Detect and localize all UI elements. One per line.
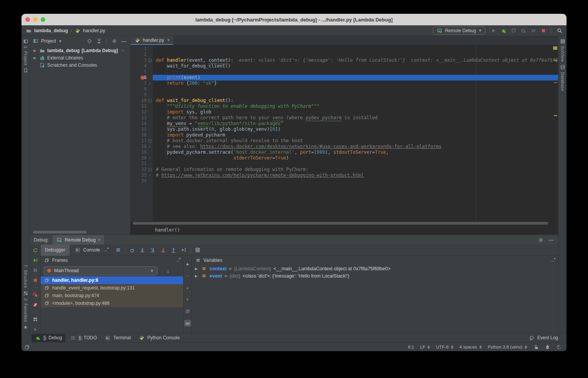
fold-end-icon[interactable]: ∧ [148,156,152,160]
bookmark-icon[interactable] [22,67,29,74]
up-icon[interactable]: ▲ [184,284,191,291]
collapse-all-icon[interactable] [96,38,102,44]
status-item-lf[interactable]: LF [420,345,430,349]
breadcrumb-item[interactable]: lambda_debug [34,28,68,33]
stripe-button-database[interactable]: Database [560,72,565,91]
code-line-9[interactable]: 9 [130,92,558,98]
event-log-button[interactable]: Event Log [525,334,561,342]
code-line-20[interactable]: 20∧ stderrToServer=True) [130,155,558,161]
code-line-12[interactable]: 12 import sys, glob [130,109,558,115]
toolwindow-button-terminal[interactable]: Terminal [101,334,134,342]
resume-icon[interactable] [32,257,38,263]
variable-row-context[interactable]: ▶context = {LambdaContext} <__main__.Lam… [192,265,558,272]
fold-end-icon[interactable]: ∧ [148,174,152,177]
step-over-icon[interactable] [129,247,135,253]
unlock-icon[interactable] [533,344,540,350]
stop-icon[interactable] [540,27,547,34]
debug-tab-debugger[interactable]: Debugger [41,245,69,256]
hide-icon[interactable]: — [548,237,554,243]
profiler-icon[interactable] [520,27,527,34]
fold-end-icon[interactable]: ∧ [148,82,152,85]
expand-arrow-icon[interactable]: ▶ [33,49,37,53]
code-area[interactable]: 123−def handler(event, context): event: … [130,45,558,222]
line-number[interactable]: 2 [130,52,153,58]
stack-frame-row[interactable]: main, bootstrap.py:474 [41,292,183,299]
target-icon[interactable] [86,38,92,44]
restore-layout-icon[interactable] [32,316,38,322]
run-config-selector[interactable]: Remote Debug ▼ [433,26,485,35]
code-line-23[interactable]: 23∧# https://www.jetbrains.com/help/pych… [130,173,558,178]
code-line-19[interactable]: 19 pydevd_pycharm.settrace('host.docker.… [130,150,558,155]
thread-selector[interactable]: MainThread ▼ [44,266,157,275]
mute-breakpoints-icon[interactable] [32,301,38,308]
line-number[interactable]: 7∧ [130,81,153,86]
line-number[interactable]: 19 [130,150,153,155]
expand-arrow-icon[interactable]: ▶ [195,274,198,278]
fold-collapse-icon[interactable]: − [148,59,152,62]
code-line-13[interactable]: 13 # enter the correct path here to your… [130,115,558,121]
code-line-5[interactable]: 5 [130,69,558,75]
menu-icon[interactable] [195,257,201,264]
run-to-cursor-icon[interactable] [181,247,187,253]
stripe-button-favorites[interactable]: 2: Favorites [23,298,28,322]
line-number[interactable]: 1 [130,46,153,52]
toolwindow-button-todo[interactable]: 6: TODO [67,334,100,342]
code-line-17[interactable]: 17− # host.docker.internal should resolv… [130,138,558,144]
editor-hscrollbar[interactable] [130,222,558,225]
tree-item-scratches-and-consoles[interactable]: Scratches and Consoles [30,61,130,69]
tree-item-external-libraries[interactable]: ▶External Libraries [30,54,130,61]
debug-session-tab[interactable]: Remote Debug × [53,235,104,245]
toolwindow-button-debug[interactable]: 5: Debug [31,334,65,342]
debug-icon[interactable] [500,27,507,34]
expand-arrow-icon[interactable]: ▶ [33,56,37,60]
evaluate-icon[interactable] [195,247,201,253]
toolwindow-button-pythonconsole[interactable]: Python Console [135,334,183,342]
fold-end-icon[interactable]: ∧ [148,145,152,148]
step-into-my-code-icon[interactable] [160,247,167,253]
code-line-11[interactable]: 11 """Utility function to enable debuggi… [130,104,558,109]
code-line-7[interactable]: 7∧ return {200: "ok"} [130,81,558,86]
line-number[interactable]: 16 [130,132,153,138]
code-line-22[interactable]: 22−# General information on remote debug… [130,167,558,173]
zoom-window-button[interactable] [41,17,45,22]
line-number[interactable]: 18∧ [130,144,153,150]
stop-icon[interactable] [32,277,38,283]
code-line-18[interactable]: 18∧ # see also: https://docs.docker.com/… [130,144,558,150]
line-number[interactable]: 24 [130,178,153,184]
line-number[interactable]: 3− [130,58,153,63]
line-number[interactable]: 9 [130,92,153,98]
more-icon[interactable]: » [32,326,38,332]
status-item-4spaces[interactable]: 4 spaces [459,345,482,349]
scrollbar-warning-mark[interactable] [554,115,557,116]
code-line-3[interactable]: 3−def handler(event, context): event: <c… [130,58,558,63]
line-number[interactable]: 4 [130,63,153,69]
fold-collapse-icon[interactable]: − [148,139,152,143]
line-number[interactable]: 5 [130,69,153,75]
code-line-15[interactable]: 15 sys.path.insert(0, glob.glob(my_venv)… [130,127,558,132]
line-number[interactable]: 6 [130,75,153,81]
code-line-4[interactable]: 4 wait_for_debug_client() [130,63,558,69]
rerun-debug-button[interactable] [32,247,38,253]
line-number[interactable]: 20∧ [130,155,153,161]
code-line-21[interactable]: 21 [130,161,558,167]
comment-link[interactable]: https://docs.docker.com/desktop/networki… [200,144,442,149]
remove-icon[interactable]: − [184,272,191,279]
fold-collapse-icon[interactable]: − [148,99,152,102]
database-icon[interactable] [559,64,566,71]
hide-icon[interactable]: — [121,38,127,44]
line-number[interactable]: 11 [130,104,153,109]
concurrency-icon[interactable] [530,27,537,34]
code-line-6[interactable]: 6 print(event) [130,75,558,81]
line-number[interactable]: 22− [130,167,153,173]
caret-position[interactable]: 6:1 [408,345,414,349]
code-line-16[interactable]: 16 import pydevd_pycharm [130,132,558,138]
next-frame-button[interactable]: ↓ [167,268,170,274]
step-out-icon[interactable] [170,247,177,253]
sciview-icon[interactable] [559,38,566,44]
project-tool-icon[interactable] [22,38,29,44]
close-icon[interactable]: × [167,38,170,43]
pin-icon[interactable]: → [174,258,180,263]
tree-item-lambda-debug[interactable]: ▶lambda_debug [Lambda Debug]~ [30,47,130,54]
chevron-down-icon[interactable]: ▼ [58,39,62,43]
line-number[interactable]: 23∧ [130,173,153,178]
